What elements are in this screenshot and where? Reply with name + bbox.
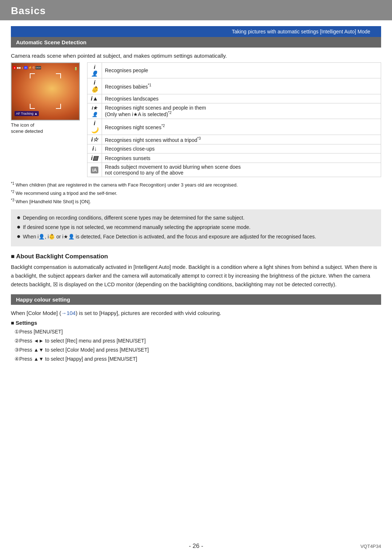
bullet-box: ● Depending on recording conditions, dif… xyxy=(11,209,381,246)
battery-icon: 🔋 xyxy=(74,67,78,70)
bracket-tl xyxy=(30,73,35,78)
camera-screen: ● ■■ ↕ iA ⚡ © 000 🔋 AF Tracki xyxy=(11,62,80,120)
bracket-tr xyxy=(56,73,61,78)
mode-icon: iA xyxy=(24,66,28,69)
step-1: ①Press [MENU/SET] xyxy=(15,327,381,336)
table-row: i▤ Recognises sunsets xyxy=(87,153,381,163)
bullet-item-3: ● When i👤, i👶 or i★👤 is detected, Face D… xyxy=(17,233,375,241)
footnote-2: *2 We recommend using a tripod and the s… xyxy=(11,189,381,197)
iso-icon: ■■ xyxy=(17,66,21,70)
exposure-icon: ↕ xyxy=(21,66,23,70)
table-row: i↓ Recognises close-ups xyxy=(87,144,381,153)
battery-area: 🔋 xyxy=(74,65,78,71)
bracket-br xyxy=(56,104,61,109)
bullet-item-2: ● If desired scene type is not selected,… xyxy=(17,223,375,232)
blue-banner: Taking pictures with automatic settings … xyxy=(11,26,381,37)
description-cell: Recognises night scenes and people in th… xyxy=(102,103,381,119)
auto-scene-intro: Camera reads scene when pointed at subje… xyxy=(11,53,381,59)
camera-image-area: ● ■■ ↕ iA ⚡ © 000 🔋 AF Tracki xyxy=(11,62,80,177)
bracket-bl xyxy=(30,104,35,109)
description-cell: Recognises people xyxy=(102,63,381,78)
icon-cell: iA xyxy=(87,163,102,177)
af-tracking-label: AF Tracking ▲ xyxy=(15,111,39,116)
bullet-dot-2: ● xyxy=(17,223,21,231)
footnote-3: *3 When [iHandheld Nite Shot] is [ON]. xyxy=(11,197,381,206)
status-bar: ● ■■ ↕ iA ⚡ © 000 🔋 xyxy=(12,65,79,71)
description-cell: Recognises landscapes xyxy=(102,94,381,103)
icon-cell: i👤 xyxy=(87,63,102,78)
flash-icon: ⚡ xyxy=(28,66,32,69)
icon-cell: i▤ xyxy=(87,153,102,163)
icon-cell: i👶 xyxy=(87,78,102,94)
description-cell: Recognises night scenes*2 xyxy=(102,119,381,135)
backlight-heading: About Backlight Compensation xyxy=(11,253,381,260)
auto-scene-header: Automatic Scene Detection xyxy=(11,37,381,48)
description-cell: Recognises sunsets xyxy=(102,153,381,163)
footnotes: *1 When children (that are registered in… xyxy=(11,181,381,206)
happy-colour-header: Happy colour setting xyxy=(11,294,381,305)
blue-banner-text: Taking pictures with automatic settings … xyxy=(232,29,370,34)
description-cell: Recognises night scenes without a tripod… xyxy=(102,135,381,144)
icon-cell: i🌙 xyxy=(87,119,102,135)
rec-icon: ● xyxy=(13,66,16,69)
doc-number: VQT4P34 xyxy=(360,544,381,549)
bullet-dot-3: ● xyxy=(17,233,21,241)
icon-cell: i↓ xyxy=(87,144,102,153)
page-footer: - 26 - VQT4P34 xyxy=(0,542,392,550)
backlight-body: Backlight compensation is automatically … xyxy=(11,263,381,289)
table-row: i🌙 Recognises night scenes*2 xyxy=(87,119,381,135)
step-3: ③Press ▲▼ to select [Color Mode] and pre… xyxy=(15,345,381,355)
table-row: i👶 Recognises babies*1 xyxy=(87,78,381,94)
icon-cell: i▲ xyxy=(87,94,102,103)
table-row: i★👤 Recognises night scenes and people i… xyxy=(87,103,381,119)
table-row: iA Reads subject movement to avoid blurr… xyxy=(87,163,381,177)
page-header: Basics xyxy=(0,0,392,20)
num-icon: 000 xyxy=(36,66,41,69)
description-cell: Recognises babies*1 xyxy=(102,78,381,94)
description-cell: Reads subject movement to avoid blurring… xyxy=(102,163,381,177)
step-2: ②Press ◄► to select [Rec] menu and press… xyxy=(15,336,381,345)
page-number: - 26 - xyxy=(189,542,203,550)
description-cell: Recognises close-ups xyxy=(102,144,381,153)
step-4: ④Press ▲▼ to select [Happy] and press [M… xyxy=(15,355,381,364)
extra-icon: © xyxy=(33,66,35,69)
table-row: i☆ Recognises night scenes without a tri… xyxy=(87,135,381,144)
happy-colour-link[interactable]: →104 xyxy=(61,310,75,316)
bullet-dot-1: ● xyxy=(17,214,21,222)
footnote-1: *1 When children (that are registered in… xyxy=(11,181,381,189)
scene-icon-table: i👤 Recognises people i👶 Recognises babie… xyxy=(87,62,381,177)
camera-icon-label: The icon ofscene detected xyxy=(11,122,80,135)
happy-colour-intro: When [Color Mode] (→104) is set to [Happ… xyxy=(11,310,381,316)
settings-steps: ①Press [MENU/SET] ②Press ◄► to select [R… xyxy=(11,327,381,364)
table-row: i▲ Recognises landscapes xyxy=(87,94,381,103)
scene-detection-layout: ● ■■ ↕ iA ⚡ © 000 🔋 AF Tracki xyxy=(11,62,381,177)
icon-cell: i☆ xyxy=(87,135,102,144)
page-title: Basics xyxy=(11,5,381,17)
table-row: i👤 Recognises people xyxy=(87,63,381,78)
status-icons-left: ● ■■ ↕ iA ⚡ © 000 xyxy=(13,66,41,70)
settings-label: Settings xyxy=(11,320,381,326)
icon-cell: i★👤 xyxy=(87,103,102,119)
bullet-item-1: ● Depending on recording conditions, dif… xyxy=(17,214,375,222)
